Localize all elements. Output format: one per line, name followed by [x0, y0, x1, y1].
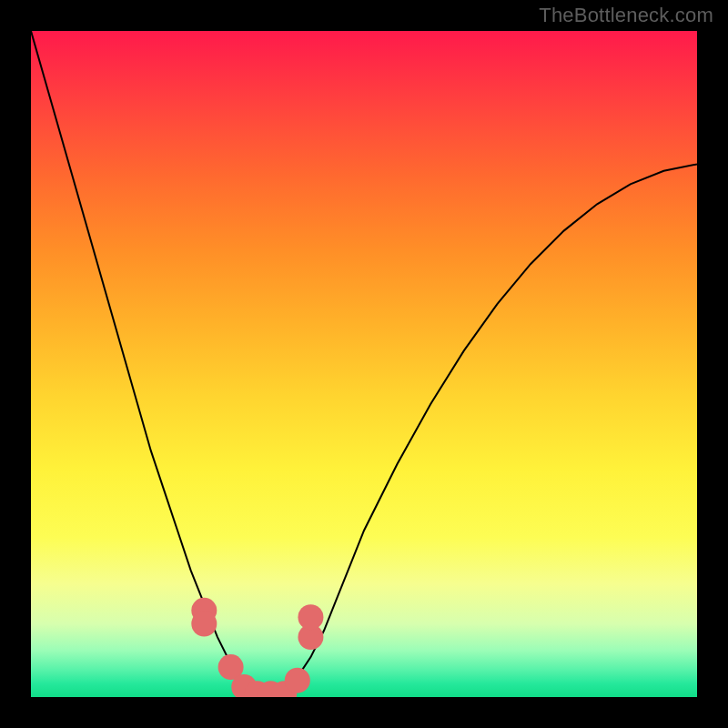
chart-svg-layer — [31, 31, 697, 697]
chart-marker — [191, 611, 217, 636]
chart-marker — [285, 668, 310, 693]
chart-curve — [31, 31, 697, 695]
chart-marker — [298, 604, 323, 630]
watermark-text: TheBottleneck.com — [539, 4, 713, 27]
chart-frame: TheBottleneck.com — [0, 0, 728, 728]
chart-curve-line — [31, 31, 697, 695]
chart-markers — [191, 598, 323, 697]
